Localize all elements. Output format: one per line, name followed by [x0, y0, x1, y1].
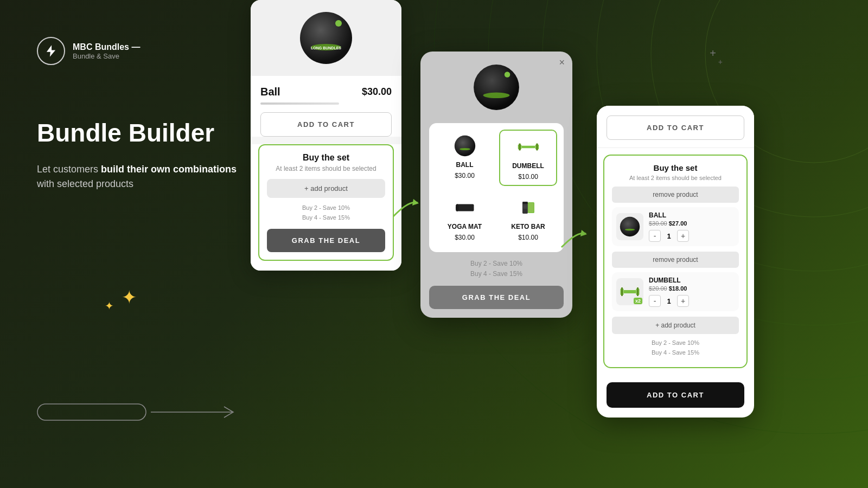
grid-item-dumbell[interactable]: DUMBELL $10.00 — [499, 130, 557, 186]
card3-dumbell-qty-decrease[interactable]: - — [649, 295, 661, 307]
card1-add-product-button[interactable]: + add product — [267, 179, 385, 198]
svg-rect-38 — [621, 287, 623, 296]
card3-dumbell-thumbnail: x2 — [616, 278, 643, 305]
svg-rect-21 — [519, 143, 520, 150]
svg-rect-22 — [536, 143, 538, 150]
card1-bundle-wrapper: Buy the set At least 2 items should be s… — [251, 144, 401, 271]
card3-ball-qty-increase[interactable]: + — [677, 230, 689, 242]
svg-rect-27 — [522, 202, 528, 204]
hero-body: Let customers build their own combinatio… — [37, 162, 248, 191]
card3-ball-thumbnail — [616, 213, 643, 240]
card2-product-grid: BALL $30.00 DUMBELL $10.00 — [429, 123, 564, 252]
card3-bundle-subtitle: At least 2 items should be selected — [612, 175, 739, 181]
card1-title-row: Ball $30.00 — [260, 86, 392, 98]
hero-heading: Bundle Builder — [37, 119, 248, 147]
ball-image-2 — [470, 61, 522, 113]
svg-point-15 — [505, 72, 510, 77]
sparkle-large-icon: ✦ — [122, 286, 137, 308]
card3-remove-product-1-button[interactable]: remove product — [612, 187, 739, 203]
svg-point-25 — [455, 204, 458, 211]
card3-top-section: ADD TO CART — [597, 106, 754, 148]
svg-rect-19 — [521, 146, 535, 148]
grid-ketobar-name: KETO BAR — [511, 223, 545, 230]
card3-savings-line2: Buy 4 - Save 15% — [612, 348, 739, 358]
card3-bundle-title: Buy the set — [612, 163, 739, 172]
card2-savings: Buy 2 - Save 10% Buy 4 - Save 15% — [429, 259, 564, 279]
svg-rect-39 — [637, 287, 639, 296]
card3-bundle-section: Buy the set At least 2 items should be s… — [603, 155, 748, 368]
card3-ball-new-price: $27.00 — [669, 220, 687, 227]
plus-deco-2: + — [718, 57, 723, 66]
logo-title: MBC Bundles — — [73, 42, 140, 52]
card3-ball-qty-decrease[interactable]: - — [649, 230, 661, 242]
svg-point-34 — [625, 229, 635, 231]
card3-dumbell-new-price: $18.00 — [669, 285, 687, 292]
sparkle-small-icon: ✦ — [105, 299, 114, 312]
card1-image-area: LONG BUNDLES — [251, 0, 401, 76]
ball-image-1: LONG BUNDLES — [296, 8, 356, 68]
card1-product-price: $30.00 — [362, 86, 392, 98]
card1-body: Ball $30.00 ADD TO CART — [251, 76, 401, 137]
logo-icon — [37, 37, 65, 65]
svg-point-12 — [335, 20, 342, 27]
card3-ball-qty-value: 1 — [664, 232, 674, 240]
hero-body-prefix: Let customers — [37, 164, 101, 175]
card3-ball-qty-control: - 1 + — [649, 230, 735, 242]
card3-dumbell-prices: $20.00 $18.00 — [649, 285, 735, 292]
card1: LONG BUNDLES Ball $30.00 ADD TO CART Buy… — [251, 0, 401, 271]
grid-dumbell-name: DUMBELL — [512, 162, 544, 170]
svg-point-9 — [300, 12, 352, 64]
card1-grab-deal-button[interactable]: GRAB THE DEAL — [267, 229, 385, 252]
card3-remove-product-2-button[interactable]: remove product — [612, 252, 739, 268]
grid-dumbell-icon — [516, 135, 540, 159]
grid-item-ketobar[interactable]: KETO BAR $10.00 — [499, 191, 557, 246]
grid-item-ball[interactable]: BALL $30.00 — [436, 130, 494, 186]
card3-product-row-ball: BALL $30.00 $27.00 - 1 + — [612, 207, 739, 246]
grid-ball-name: BALL — [456, 161, 474, 169]
card1-bundle-inner: Buy the set At least 2 items should be s… — [251, 144, 401, 261]
green-arrow-1 — [391, 195, 423, 222]
card3-dumbell-qty-increase[interactable]: + — [677, 295, 689, 307]
card2-ball-image — [469, 60, 524, 114]
card3-add-product-button[interactable]: + add product — [612, 317, 739, 334]
card3-dumbell-info: DUMBELL $20.00 $18.00 - 1 + — [649, 277, 735, 307]
hero-section: Bundle Builder Let customers build their… — [37, 119, 248, 191]
card2-savings-line1: Buy 2 - Save 10% — [429, 259, 564, 269]
grid-ball-icon — [453, 134, 477, 158]
svg-rect-28 — [523, 205, 527, 206]
svg-rect-29 — [523, 206, 527, 207]
grid-yogamat-icon — [453, 196, 477, 220]
card3-footer: ADD TO CART — [597, 375, 754, 418]
card1-bundle-section: Buy the set At least 2 items should be s… — [258, 144, 394, 261]
card2-savings-line2: Buy 4 - Save 15% — [429, 269, 564, 279]
card2-grab-deal-button[interactable]: GRAB THE DEAL — [429, 286, 564, 309]
card1-savings-line1: Buy 2 - Save 10% — [267, 203, 385, 213]
card3-ball-old-price: $30.00 — [649, 220, 667, 227]
grid-ketobar-icon — [516, 196, 540, 220]
card1-savings-line2: Buy 4 - Save 15% — [267, 213, 385, 223]
card2-close-button[interactable]: × — [559, 57, 565, 68]
grid-dumbell-price: $10.00 — [518, 173, 538, 181]
svg-rect-36 — [624, 290, 636, 293]
arrow-pill-decoration — [37, 396, 243, 428]
card3-ball-name: BALL — [649, 211, 735, 219]
grid-ketobar-price: $10.00 — [518, 234, 538, 241]
card2: × — [420, 52, 572, 318]
card3-dumbell-qty-control: - 1 + — [649, 295, 735, 307]
grid-ball-price: $30.00 — [455, 172, 475, 179]
logo-subtitle: Bundle & Save — [73, 52, 140, 60]
card3-dumbell-name: DUMBELL — [649, 277, 735, 284]
grid-item-yogamat[interactable]: YOGA MAT $30.00 — [436, 191, 494, 246]
card3-add-to-cart-bottom-button[interactable]: ADD TO CART — [607, 382, 744, 408]
card3-savings: Buy 2 - Save 10% Buy 4 - Save 15% — [612, 338, 739, 357]
svg-point-16 — [454, 136, 475, 156]
svg-rect-23 — [456, 204, 474, 211]
svg-point-33 — [620, 217, 640, 236]
card1-add-to-cart-button[interactable]: ADD TO CART — [260, 112, 392, 137]
card3: ADD TO CART Buy the set At least 2 items… — [597, 106, 754, 418]
svg-rect-30 — [523, 208, 527, 208]
card1-bundle-title: Buy the set — [267, 153, 385, 163]
logo-text: MBC Bundles — Bundle & Save — [73, 42, 140, 60]
card3-add-to-cart-top-button[interactable]: ADD TO CART — [607, 115, 744, 140]
card1-product-name: Ball — [260, 86, 280, 98]
